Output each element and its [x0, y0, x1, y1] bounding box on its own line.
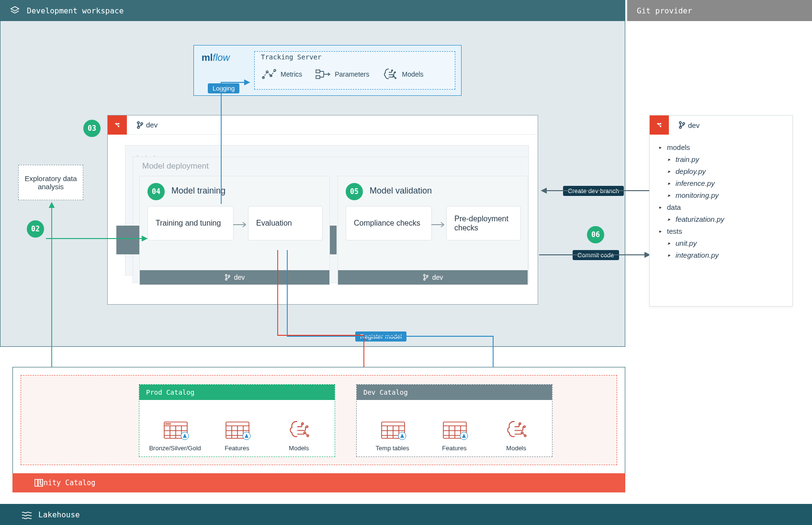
tracking-server-title: Tracking Server [261, 53, 321, 61]
training-tuning-card: Training and tuning [147, 206, 234, 240]
svg-point-18 [225, 279, 226, 280]
prod-cat-features: Features [208, 418, 266, 452]
step-05: 05 [346, 183, 363, 200]
compliance-checks-card: Compliance checks [346, 206, 432, 240]
svg-point-45 [524, 426, 526, 428]
delta-badge-icon [242, 432, 251, 440]
branch-tag-dev: dev [133, 121, 158, 129]
validation-footer: dev [338, 270, 528, 285]
svg-point-37 [306, 426, 308, 428]
git-provider-title: Git provider [637, 6, 692, 15]
dev-workspace-title: Development workspace [27, 6, 124, 15]
svg-point-32 [169, 423, 170, 424]
svg-rect-48 [35, 479, 37, 487]
branch-icon [225, 274, 230, 281]
svg-point-17 [225, 274, 226, 276]
branch-icon [678, 121, 685, 129]
dev-cat-models: Models [487, 418, 545, 452]
prod-cat-tables: Bronze/Silver/Gold [147, 418, 204, 452]
model-training-title: Model training [171, 186, 226, 196]
step-04: 04 [147, 183, 165, 200]
stack-icon [10, 5, 20, 16]
model-validation-stage: 05 Model validation Compliance checks Pr… [338, 176, 528, 285]
unity-catalog-title: Unity Catalog [39, 479, 95, 487]
branch-icon [423, 274, 429, 281]
folder-models: ▸models [659, 141, 785, 153]
training-footer: dev [140, 270, 329, 285]
prod-catalog: Prod Catalog Bronze/Silver/Gold [139, 384, 335, 457]
svg-point-14 [137, 122, 139, 124]
tracking-metrics: Metrics [261, 68, 302, 80]
dev-catalog: Dev Catalog Temp tables [356, 384, 553, 457]
git-file-tree: ▸models ▸train.py ▸deploy.py ▸inference.… [650, 135, 792, 261]
branch-tag-dev: dev [675, 121, 699, 129]
evaluation-card: Evaluation [248, 206, 323, 240]
dev-cat-temp: Temp tables [364, 418, 421, 452]
logging-label: Logging [208, 83, 239, 93]
folder-data: ▸data [659, 201, 785, 213]
svg-point-22 [426, 275, 428, 277]
step-02: 02 [27, 220, 44, 238]
models-brain-icon [287, 419, 310, 440]
unity-catalog-bar: Unity Catalog [12, 473, 625, 492]
file-unit: ▸unit.py [659, 237, 785, 249]
create-dev-branch-label: Create dev branch [563, 186, 624, 196]
git-icon [108, 115, 127, 135]
arrow-train-eval [233, 221, 248, 228]
svg-point-15 [137, 126, 139, 128]
file-monitoring: ▸monitoring.py [659, 189, 785, 201]
lakehouse-bar: Lakehouse [0, 504, 812, 525]
lakehouse-title: Lakehouse [38, 510, 80, 519]
svg-point-8 [395, 72, 395, 73]
parameters-icon [316, 68, 330, 80]
svg-point-27 [679, 126, 681, 128]
model-validation-title: Model validation [370, 186, 432, 196]
svg-point-39 [307, 435, 309, 437]
git-icon [650, 115, 669, 135]
dev-git-container: dev . . . Model deployment 04 Model trai… [107, 115, 538, 305]
register-model-label: Register model [355, 331, 406, 342]
file-inference: ▸inference.py [659, 177, 785, 189]
unity-catalog-inner: Prod Catalog Bronze/Silver/Gold [21, 375, 617, 465]
eda-box: Exploratory data analysis [18, 165, 83, 200]
svg-rect-5 [316, 70, 320, 73]
svg-point-19 [228, 275, 229, 277]
delta-badge-icon [460, 432, 468, 440]
folder-tests: ▸tests [659, 225, 785, 237]
deployment-title: Model deployment [142, 161, 209, 171]
commit-code-label: Commit code [573, 250, 619, 260]
mlflow-logo: mlflow [202, 52, 230, 63]
prod-cat-models: Models [270, 418, 327, 452]
dev-catalog-title: Dev Catalog [357, 385, 552, 400]
dev-git-header: dev [108, 115, 538, 135]
file-integration: ▸integration.py [659, 249, 785, 261]
branch-icon [136, 121, 143, 129]
file-deploy: ▸deploy.py [659, 165, 785, 177]
file-train: ▸train.py [659, 153, 785, 165]
model-training-stage: 04 Model training Training and tuning Ev… [139, 176, 330, 285]
models-brain-icon [505, 419, 528, 440]
arrow-compliance-predep [431, 221, 446, 228]
tracking-models: Models [383, 68, 423, 81]
git-provider-header: Git provider [627, 0, 812, 21]
lakehouse-icon [21, 510, 33, 519]
svg-rect-6 [316, 76, 320, 79]
stage-stack-stub-left [116, 226, 139, 254]
svg-point-21 [423, 279, 425, 280]
file-featurization: ▸featurization.py [659, 213, 785, 225]
svg-marker-0 [11, 7, 19, 11]
git-repo-panel: dev ▸models ▸train.py ▸deploy.py ▸infere… [649, 115, 793, 307]
predeployment-checks-card: Pre-deployment checks [446, 206, 521, 240]
dev-cat-features: Features [426, 418, 483, 452]
svg-point-47 [524, 435, 526, 437]
metrics-icon [261, 68, 276, 80]
models-brain-icon [383, 68, 397, 81]
step-06: 06 [587, 226, 604, 243]
svg-point-10 [395, 78, 396, 79]
delta-badge-icon [398, 432, 406, 440]
git-repo-header: dev [650, 115, 792, 135]
svg-point-16 [141, 123, 143, 125]
catalog-icon [34, 478, 44, 488]
tracking-parameters: Parameters [316, 68, 369, 80]
prod-catalog-title: Prod Catalog [139, 385, 335, 400]
